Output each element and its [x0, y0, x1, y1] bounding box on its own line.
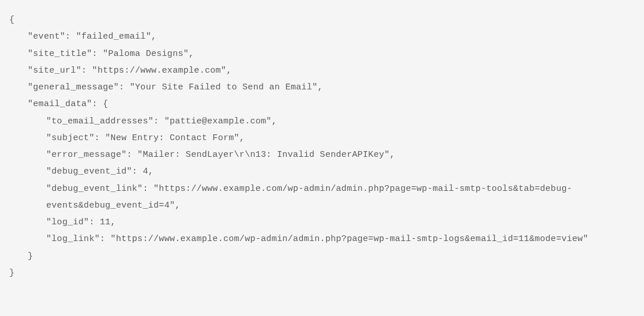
json-line-log-link: "log_link": "https://www.example.com/wp-…	[9, 231, 635, 247]
json-line-general-message: "general_message": "Your Site Failed to …	[9, 79, 635, 96]
json-line-error-message: "error_message": "Mailer: SendLayer\r\n1…	[9, 146, 635, 163]
json-line-debug-event-link: "debug_event_link": "https://www.example…	[9, 180, 635, 215]
json-line-log-id: "log_id": 11,	[9, 214, 635, 231]
json-line-site-url: "site_url": "https://www.example.com",	[9, 62, 635, 79]
json-line-email-data-open: "email_data": {	[9, 96, 635, 112]
json-line-site-title: "site_title": "Paloma Designs",	[9, 46, 635, 62]
json-line-event: "event": "failed_email",	[9, 28, 635, 45]
brace-open: {	[9, 12, 635, 28]
json-line-to-email: "to_email_addresses": "pattie@example.co…	[9, 113, 635, 130]
json-code-block: {"event": "failed_email","site_title": "…	[9, 12, 635, 281]
brace-close-inner: }	[9, 248, 635, 265]
brace-close: }	[9, 265, 635, 281]
json-line-debug-event-id: "debug_event_id": 4,	[9, 163, 635, 180]
json-line-subject: "subject": "New Entry: Contact Form",	[9, 130, 635, 146]
